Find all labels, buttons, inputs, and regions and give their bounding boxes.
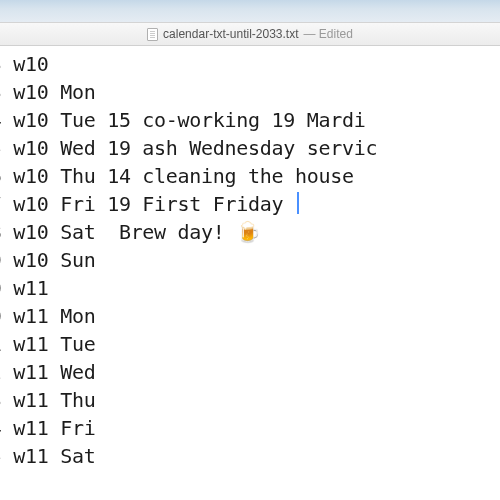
text-line[interactable]: 14 w11 Fri	[0, 414, 500, 442]
text-line[interactable]: 04 w10 Tue 15 co-working 19 Mardi	[0, 106, 500, 134]
text-line[interactable]: 05 w10 Wed 19 ash Wednesday servic	[0, 134, 500, 162]
window-titlebar[interactable]: calendar-txt-until-2033.txt — Edited	[0, 22, 500, 46]
text-cursor	[297, 192, 299, 214]
document-icon	[147, 28, 158, 41]
text-line[interactable]: 09 w10 Sun	[0, 246, 500, 274]
desktop-background	[0, 0, 500, 22]
text-line[interactable]: 03 w10	[0, 50, 500, 78]
text-line[interactable]: 10 w11 Mon	[0, 302, 500, 330]
text-line[interactable]: 11 w11 Tue	[0, 330, 500, 358]
text-line[interactable]: 12 w11 Wed	[0, 358, 500, 386]
window-title: calendar-txt-until-2033.txt	[163, 27, 298, 41]
text-line[interactable]: 07 w10 Fri 19 First Friday	[0, 190, 500, 218]
text-editor-content[interactable]: 03 w1003 w10 Mon04 w10 Tue 15 co-working…	[0, 46, 500, 470]
text-line[interactable]: 15 w11 Sat	[0, 442, 500, 470]
text-line[interactable]: 13 w11 Thu	[0, 386, 500, 414]
text-line[interactable]: 08 w10 Sat Brew day! 🍺	[0, 218, 500, 246]
edited-indicator: — Edited	[304, 27, 353, 41]
text-line[interactable]: 06 w10 Thu 14 cleaning the house	[0, 162, 500, 190]
text-line[interactable]: 03 w10 Mon	[0, 78, 500, 106]
text-line[interactable]: 10 w11	[0, 274, 500, 302]
